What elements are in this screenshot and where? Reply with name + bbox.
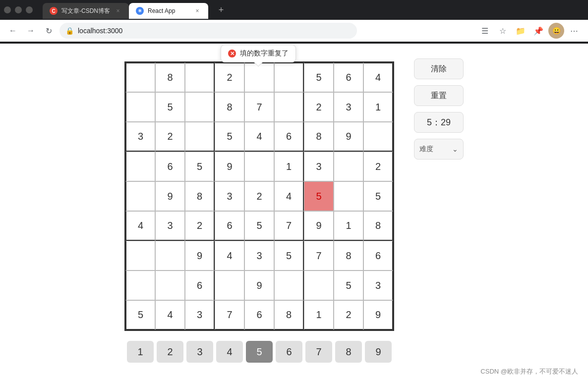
- cell-0-6[interactable]: 5: [304, 62, 334, 92]
- new-tab-button[interactable]: +: [214, 3, 228, 17]
- cell-5-3[interactable]: 6: [215, 211, 244, 241]
- cell-8-2[interactable]: 3: [185, 300, 215, 330]
- cell-5-4[interactable]: 5: [244, 211, 274, 241]
- num-btn-7[interactable]: 7: [305, 341, 332, 363]
- reset-button[interactable]: 重置: [414, 85, 464, 106]
- num-btn-6[interactable]: 6: [276, 341, 302, 363]
- cell-7-6[interactable]: [304, 271, 334, 300]
- cell-0-5[interactable]: [274, 62, 304, 92]
- tab-close-react[interactable]: ×: [193, 7, 201, 15]
- cell-1-3[interactable]: 8: [215, 92, 244, 122]
- tab-react[interactable]: ⚛React App×: [129, 3, 208, 19]
- sudoku-grid[interactable]: 8256458723132546896591329832455432657918…: [124, 61, 394, 331]
- cell-6-7[interactable]: 8: [334, 241, 363, 271]
- cell-7-2[interactable]: 6: [185, 271, 215, 300]
- cell-6-4[interactable]: 3: [244, 241, 274, 271]
- cell-7-8[interactable]: 3: [363, 271, 393, 300]
- reload-button[interactable]: ↻: [42, 24, 56, 38]
- cell-3-0[interactable]: [125, 152, 155, 181]
- cell-1-8[interactable]: 1: [363, 92, 393, 122]
- cell-8-5[interactable]: 8: [274, 300, 304, 330]
- num-btn-8[interactable]: 8: [335, 341, 362, 363]
- reader-mode-button[interactable]: ☰: [477, 23, 493, 39]
- cell-7-3[interactable]: [215, 271, 244, 300]
- settings-button[interactable]: ⋯: [566, 23, 582, 39]
- cell-6-1[interactable]: [155, 241, 185, 271]
- maximize-btn[interactable]: [15, 6, 22, 13]
- cell-0-2[interactable]: [185, 62, 215, 92]
- cell-0-4[interactable]: [244, 62, 274, 92]
- cell-2-1[interactable]: 2: [155, 122, 185, 152]
- cell-3-2[interactable]: 5: [185, 152, 215, 181]
- address-box[interactable]: 🔒 localhost:3000: [59, 23, 357, 39]
- cell-1-0[interactable]: [125, 92, 155, 122]
- cell-8-4[interactable]: 6: [244, 300, 274, 330]
- cell-7-0[interactable]: [125, 271, 155, 300]
- cell-3-8[interactable]: 2: [363, 152, 393, 181]
- difficulty-select[interactable]: 难度 ⌄: [414, 139, 464, 160]
- cell-2-2[interactable]: [185, 122, 215, 152]
- cell-3-5[interactable]: 1: [274, 152, 304, 181]
- num-btn-1[interactable]: 1: [127, 341, 154, 363]
- cell-2-7[interactable]: 9: [334, 122, 363, 152]
- cell-4-1[interactable]: 9: [155, 181, 185, 211]
- cell-5-0[interactable]: 4: [125, 211, 155, 241]
- profile-avatar[interactable]: 😀: [548, 23, 564, 39]
- cell-6-3[interactable]: 4: [215, 241, 244, 271]
- cell-0-1[interactable]: 8: [155, 62, 185, 92]
- cell-0-0[interactable]: [125, 62, 155, 92]
- cell-4-8[interactable]: 5: [363, 181, 393, 211]
- cell-2-5[interactable]: 6: [274, 122, 304, 152]
- cell-4-3[interactable]: 3: [215, 181, 244, 211]
- cell-6-2[interactable]: 9: [185, 241, 215, 271]
- cell-1-6[interactable]: 2: [304, 92, 334, 122]
- cell-5-1[interactable]: 3: [155, 211, 185, 241]
- cell-3-4[interactable]: [244, 152, 274, 181]
- num-btn-4[interactable]: 4: [216, 341, 243, 363]
- back-button[interactable]: ←: [6, 24, 20, 38]
- cell-8-6[interactable]: 1: [304, 300, 334, 330]
- favorites-button[interactable]: ☆: [495, 23, 511, 39]
- cell-8-8[interactable]: 9: [363, 300, 393, 330]
- cell-6-0[interactable]: [125, 241, 155, 271]
- cell-4-4[interactable]: 2: [244, 181, 274, 211]
- cell-2-8[interactable]: [363, 122, 393, 152]
- cell-7-7[interactable]: 5: [334, 271, 363, 300]
- num-btn-5[interactable]: 5: [246, 341, 273, 363]
- num-btn-3[interactable]: 3: [186, 341, 213, 363]
- cell-4-7[interactable]: [334, 181, 363, 211]
- num-btn-9[interactable]: 9: [365, 341, 392, 363]
- cell-5-8[interactable]: 8: [363, 211, 393, 241]
- tab-close-csdn[interactable]: ×: [114, 7, 122, 15]
- cell-5-6[interactable]: 9: [304, 211, 334, 241]
- cell-5-2[interactable]: 2: [185, 211, 215, 241]
- cell-7-5[interactable]: [274, 271, 304, 300]
- cell-4-5[interactable]: 4: [274, 181, 304, 211]
- minimize-btn[interactable]: [4, 6, 11, 13]
- forward-button[interactable]: →: [24, 24, 38, 38]
- cell-2-3[interactable]: 5: [215, 122, 244, 152]
- cell-6-5[interactable]: 5: [274, 241, 304, 271]
- cell-1-5[interactable]: [274, 92, 304, 122]
- tab-csdn[interactable]: C写文章-CSDN博客×: [43, 3, 129, 19]
- cell-2-0[interactable]: 3: [125, 122, 155, 152]
- cell-3-7[interactable]: [334, 152, 363, 181]
- cell-5-5[interactable]: 7: [274, 211, 304, 241]
- cell-0-3[interactable]: 2: [215, 62, 244, 92]
- cell-8-0[interactable]: 5: [125, 300, 155, 330]
- cell-7-4[interactable]: 9: [244, 271, 274, 300]
- cell-4-0[interactable]: [125, 181, 155, 211]
- num-btn-2[interactable]: 2: [157, 341, 183, 363]
- cell-7-1[interactable]: [155, 271, 185, 300]
- cell-0-8[interactable]: 4: [363, 62, 393, 92]
- pin-button[interactable]: 📌: [530, 23, 546, 39]
- cell-4-2[interactable]: 8: [185, 181, 215, 211]
- cell-3-1[interactable]: 6: [155, 152, 185, 181]
- cell-1-4[interactable]: 7: [244, 92, 274, 122]
- cell-1-7[interactable]: 3: [334, 92, 363, 122]
- cell-1-1[interactable]: 5: [155, 92, 185, 122]
- cell-8-1[interactable]: 4: [155, 300, 185, 330]
- cell-4-6[interactable]: 5: [304, 181, 334, 211]
- collections-button[interactable]: 📁: [513, 23, 529, 39]
- cell-5-7[interactable]: 1: [334, 211, 363, 241]
